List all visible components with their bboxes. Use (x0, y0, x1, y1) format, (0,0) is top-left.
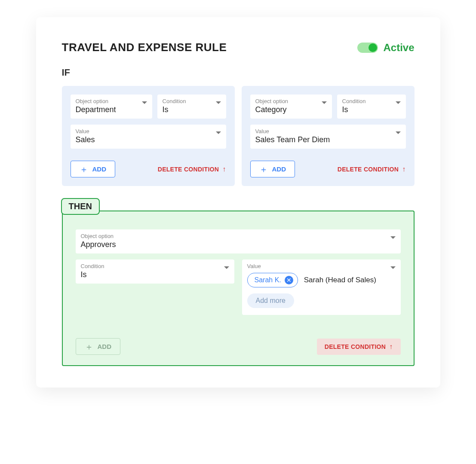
value-select[interactable]: Value Sales Team Per Diem (250, 125, 406, 149)
chevron-down-icon (224, 266, 229, 269)
chip-label: Sarah K. (255, 276, 281, 284)
field-value: Sales (76, 135, 221, 144)
delete-label: DELETE CONDITION (158, 166, 219, 173)
plus-icon: ＋ (259, 166, 268, 172)
then-section: THEN Object option Approvers Condition I… (62, 198, 415, 366)
delete-condition-button[interactable]: DELETE CONDITION ↑ (158, 165, 226, 173)
chevron-down-icon (396, 131, 401, 134)
page-title: TRAVEL AND EXPENSE RULE (62, 41, 227, 54)
status-wrap: Active (357, 42, 414, 54)
arrow-up-icon: ↑ (389, 343, 393, 351)
field-label: Condition (342, 98, 401, 104)
then-box: Object option Approvers Condition Is Val… (62, 211, 415, 366)
add-label: ADD (272, 165, 286, 173)
value-select[interactable]: Value Sales (71, 125, 226, 149)
add-button[interactable]: ＋ ADD (250, 161, 295, 177)
approver-chip: Sarah K. ✕ (247, 273, 298, 287)
if-condition-box: Object option Category Condition Is Valu… (242, 86, 415, 186)
add-label: ADD (92, 165, 107, 173)
if-label: IF (62, 67, 415, 78)
toggle-knob (369, 43, 377, 52)
then-object-option-select[interactable]: Object option Approvers (76, 229, 401, 253)
chevron-down-icon (216, 131, 221, 134)
plus-icon: ＋ (85, 344, 93, 350)
rule-card: TRAVEL AND EXPENSE RULE Active IF Object… (36, 17, 440, 388)
remove-chip-icon[interactable]: ✕ (285, 276, 293, 284)
delete-condition-button[interactable]: DELETE CONDITION ↑ (338, 165, 406, 173)
add-label: ADD (98, 343, 112, 350)
if-conditions-row: Object option Department Condition Is Va… (62, 86, 415, 186)
status-label: Active (383, 42, 414, 54)
active-toggle[interactable] (357, 43, 378, 53)
field-label: Object option (81, 233, 396, 239)
field-label: Value (76, 128, 221, 134)
add-button[interactable]: ＋ ADD (71, 161, 116, 177)
arrow-up-icon: ↑ (402, 165, 405, 173)
field-label: Condition (163, 98, 221, 104)
condition-select[interactable]: Condition Is (157, 95, 226, 119)
field-value: Approvers (81, 240, 396, 249)
then-delete-condition-button[interactable]: DELETE CONDITION ↑ (317, 339, 401, 355)
field-value: Sales Team Per Diem (255, 135, 401, 144)
header-row: TRAVEL AND EXPENSE RULE Active (62, 41, 415, 54)
field-label: Condition (81, 263, 229, 269)
chevron-down-icon (216, 101, 221, 104)
field-value: Is (163, 105, 221, 114)
chip-description: Sarah (Head of Sales) (304, 276, 376, 284)
chevron-down-icon (142, 101, 147, 104)
chevron-down-icon (390, 266, 396, 269)
field-value: Is (342, 105, 401, 114)
field-value: Is (81, 270, 229, 279)
delete-label: DELETE CONDITION (325, 343, 386, 350)
then-condition-select[interactable]: Condition Is (76, 259, 234, 284)
condition-select[interactable]: Condition Is (337, 95, 406, 119)
chevron-down-icon (322, 101, 327, 104)
arrow-up-icon: ↑ (222, 165, 226, 173)
field-value: Department (76, 105, 147, 114)
chevron-down-icon (396, 101, 401, 104)
plus-icon: ＋ (80, 166, 88, 172)
delete-label: DELETE CONDITION (338, 166, 399, 173)
field-label: Value (255, 128, 401, 134)
field-label: Object option (76, 98, 147, 104)
object-option-select[interactable]: Object option Department (71, 95, 152, 119)
object-option-select[interactable]: Object option Category (250, 95, 332, 119)
then-value-select[interactable]: Value Sarah K. ✕ Sarah (Head of Sales) A… (242, 259, 401, 315)
add-more-button[interactable]: Add more (247, 293, 294, 308)
if-condition-box: Object option Department Condition Is Va… (62, 86, 235, 186)
field-label: Object option (255, 98, 327, 104)
then-add-button[interactable]: ＋ ADD (76, 338, 121, 355)
field-label: Value (247, 263, 396, 269)
field-value: Category (255, 105, 327, 114)
chevron-down-icon (390, 236, 396, 239)
then-label: THEN (61, 198, 100, 215)
chip-row: Sarah K. ✕ Sarah (Head of Sales) (247, 273, 396, 287)
